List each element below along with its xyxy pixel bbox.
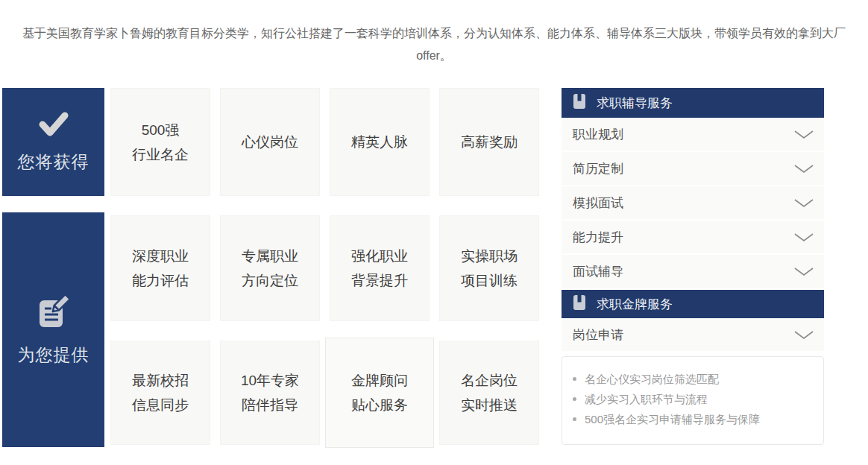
accordion-item-job-application[interactable]: 岗位申请	[562, 318, 824, 352]
bookmark-icon	[573, 93, 587, 113]
list-item: 减少实习入职环节与流程	[573, 389, 816, 409]
service-accordion-panel: 求职辅导服务 职业规划 简历定制 模拟面试 能力提升 面试辅导	[562, 88, 824, 445]
card-expert-guidance[interactable]: 10年专家 陪伴指导	[220, 341, 320, 445]
card-label: 名企岗位 实时推送	[461, 368, 518, 417]
accordion-label: 简历定制	[573, 160, 623, 177]
chevron-down-icon	[793, 197, 815, 209]
bullet-dot-icon	[573, 377, 576, 381]
card-label: 深度职业 能力评估	[132, 244, 189, 293]
card-elite-network[interactable]: 精英人脉	[330, 88, 430, 196]
card-desired-position[interactable]: 心仪岗位	[220, 88, 320, 196]
we-provide-label: 为您提供	[18, 344, 89, 367]
card-label: 高薪奖励	[461, 130, 518, 154]
list-item: 名企心仪实习岗位筛选匹配	[573, 369, 816, 389]
coaching-service-header: 求职辅导服务	[562, 88, 824, 118]
list-item: 500强名企实习申请辅导服务与保障	[573, 409, 816, 429]
accordion-item-resume-customization[interactable]: 简历定制	[562, 152, 824, 186]
card-career-positioning[interactable]: 专属职业 方向定位	[220, 215, 320, 321]
card-job-push[interactable]: 名企岗位 实时推送	[439, 341, 539, 445]
chevron-down-icon	[793, 329, 815, 341]
chevron-down-icon	[793, 129, 815, 140]
accordion-label: 能力提升	[573, 229, 623, 246]
card-label: 金牌顾问 贴心服务	[351, 368, 408, 417]
card-label: 强化职业 背景提升	[351, 244, 408, 293]
card-ability-assessment[interactable]: 深度职业 能力评估	[110, 215, 210, 321]
card-high-salary[interactable]: 高薪奖励	[439, 88, 539, 196]
card-label: 500强 行业名企	[132, 118, 189, 167]
card-label: 实操职场 项目训练	[461, 244, 518, 293]
card-500-companies[interactable]: 500强 行业名企	[110, 88, 210, 196]
intro-line-1: 基于美国教育学家卜鲁姆的教育目标分类学，知行公社搭建了一套科学的培训体系，分为认…	[13, 22, 855, 45]
chevron-down-icon	[793, 232, 815, 243]
we-provide-block: 为您提供	[2, 212, 104, 447]
card-label: 精英人脉	[351, 130, 408, 154]
accordion-label: 模拟面试	[573, 194, 623, 212]
gold-service-detail-box: 名企心仪实习岗位筛选匹配 减少实习入职环节与流程 500强名企实习申请辅导服务与…	[562, 356, 824, 445]
bullet-text: 500强名企实习申请辅导服务与保障	[585, 409, 760, 429]
card-campus-recruit-info[interactable]: 最新校招 信息同步	[110, 341, 210, 445]
accordion-label: 职业规划	[573, 126, 623, 143]
bullet-text: 减少实习入职环节与流程	[585, 389, 708, 409]
benefit-card-grid: 500强 行业名企 心仪岗位 精英人脉 高薪奖励 深度职业 能力评估 专属职业 …	[110, 88, 539, 445]
accordion-item-ability-improvement[interactable]: 能力提升	[562, 221, 824, 255]
you-will-get-label: 您将获得	[18, 151, 89, 174]
bullet-dot-icon	[573, 397, 576, 401]
accordion-label: 面试辅导	[573, 263, 623, 280]
accordion-item-career-planning[interactable]: 职业规划	[562, 118, 824, 152]
intro-line-2: offer。	[13, 45, 855, 67]
bookmark-icon	[573, 294, 587, 314]
bullet-dot-icon	[573, 417, 576, 421]
panel-title: 求职辅导服务	[597, 95, 673, 112]
left-label-column: 您将获得 为您提供	[2, 88, 104, 447]
intro-paragraph: 基于美国教育学家卜鲁姆的教育目标分类学，知行公社搭建了一套科学的培训体系，分为认…	[13, 22, 855, 67]
edit-note-icon	[37, 294, 71, 334]
gold-service-header: 求职金牌服务	[562, 290, 824, 318]
chevron-down-icon	[793, 266, 815, 277]
accordion-label: 岗位申请	[573, 326, 623, 344]
card-label: 10年专家 陪伴指导	[241, 368, 299, 417]
card-project-training[interactable]: 实操职场 项目训练	[439, 215, 539, 321]
check-icon	[37, 111, 70, 141]
card-gold-consultant[interactable]: 金牌顾问 贴心服务	[325, 338, 434, 448]
accordion-item-mock-interview[interactable]: 模拟面试	[562, 186, 824, 221]
you-will-get-block: 您将获得	[2, 88, 104, 196]
bullet-text: 名企心仪实习岗位筛选匹配	[585, 369, 719, 389]
accordion-item-interview-coaching[interactable]: 面试辅导	[562, 255, 824, 289]
chevron-down-icon	[793, 163, 815, 174]
card-label: 专属职业 方向定位	[242, 244, 298, 293]
panel-title: 求职金牌服务	[597, 296, 673, 313]
card-label: 心仪岗位	[242, 130, 298, 154]
card-background-boost[interactable]: 强化职业 背景提升	[330, 215, 430, 321]
card-label: 最新校招 信息同步	[132, 368, 189, 417]
